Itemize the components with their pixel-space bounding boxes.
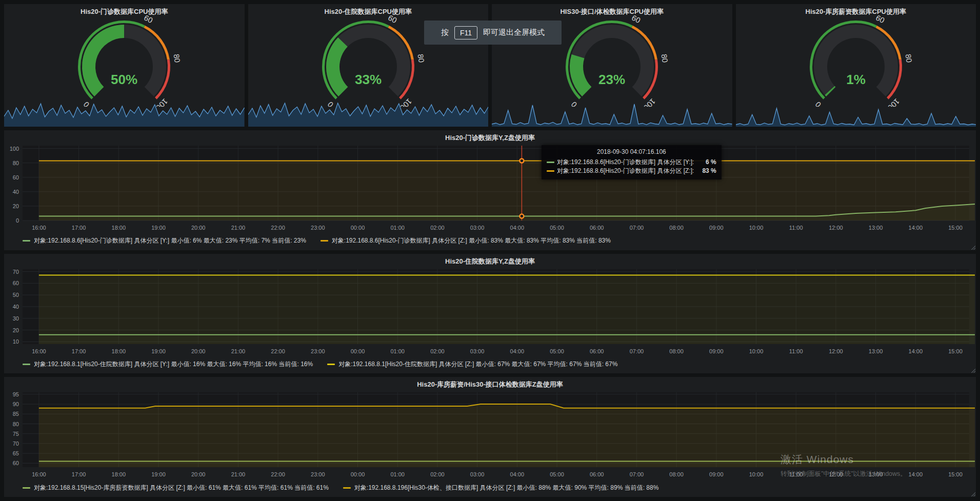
x-axis-tick-label: 17:00 <box>72 225 86 231</box>
panel-resize-handle[interactable] <box>971 492 975 496</box>
x-axis-tick-label: 09:00 <box>709 225 724 231</box>
x-axis-tick-label: 22:00 <box>271 348 285 354</box>
gauge-tick-label: 0 <box>82 100 91 107</box>
gauge-svg: 0608010023% <box>555 15 668 107</box>
series-color-dash <box>321 240 328 242</box>
y-axis-tick-label: 0 <box>16 217 19 224</box>
panel-title[interactable]: His20-门诊数据库Y,Z盘使用率 <box>4 130 976 143</box>
x-axis-tick-label: 07:00 <box>630 471 644 477</box>
y-axis-tick-label: 10 <box>13 338 19 345</box>
time-series-chart[interactable]: 16:0017:0018:0019:0020:0021:0022:0023:00… <box>4 266 975 359</box>
tooltip: 2018-09-30 04:07:16.106 对象:192.168.8.6[H… <box>542 145 722 179</box>
x-axis-tick-label: 23:00 <box>311 348 325 354</box>
series-color-dash <box>547 170 554 172</box>
x-axis-tick-label: 17:00 <box>72 348 86 354</box>
x-axis-tick-label: 03:00 <box>470 471 485 477</box>
time-series-chart[interactable]: 16:0017:0018:0019:0020:0021:0022:0023:00… <box>4 143 975 236</box>
x-axis-tick-label: 07:00 <box>630 225 644 231</box>
hover-point <box>519 214 524 218</box>
gauge-panel-menzhen-cpu: His20-门诊数据库CPU使用率 0608010050% <box>4 4 245 127</box>
x-axis-tick-label: 19:00 <box>151 471 166 477</box>
gauge-tick-label: 80 <box>172 53 181 63</box>
x-axis-tick-label: 11:00 <box>789 348 803 354</box>
tooltip-series-value: 6 % <box>697 158 716 167</box>
y-axis-tick-label: 60 <box>13 174 19 181</box>
panel-title[interactable]: His20-库房薪资数据库CPU使用率 <box>736 4 976 16</box>
x-axis-tick-label: 08:00 <box>669 225 684 231</box>
legend-item[interactable]: 对象:192.168.8.1[His20-住院数据库] 具体分区 [Y:] 最小… <box>23 360 313 369</box>
panel-title[interactable]: His20-库房薪资/His30-接口体检数据库Z盘使用率 <box>4 377 976 389</box>
legend-item[interactable]: 对象:192.168.8.1[His20-住院数据库] 具体分区 [Z:] 最小… <box>327 360 617 369</box>
x-axis-tick-label: 23:00 <box>311 471 325 477</box>
x-axis-tick-label: 05:00 <box>550 348 564 354</box>
tooltip-series-label: 对象:192.168.8.6[His20-门诊数据库] 具体分区 [Y:]: <box>557 158 694 167</box>
x-axis-tick-label: 00:00 <box>351 348 365 354</box>
panel-resize-handle[interactable] <box>971 368 975 373</box>
gauge-tick-label: 60 <box>630 15 642 25</box>
x-axis-tick-label: 01:00 <box>390 471 405 477</box>
x-axis-tick-label: 05:00 <box>550 471 564 477</box>
x-axis-tick-label: 09:00 <box>709 471 724 477</box>
x-axis-tick-label: 23:00 <box>311 225 325 231</box>
tooltip-series-label: 对象:192.168.8.6[His20-门诊数据库] 具体分区 [Z:]: <box>557 167 694 175</box>
x-axis-tick-label: 11:00 <box>789 471 803 477</box>
x-axis-tick-label: 07:00 <box>630 348 644 354</box>
legend-item[interactable]: 对象:192.168.8.15[His20-库房薪资数据库] 具体分区 [Z:]… <box>23 484 329 492</box>
x-axis-tick-label: 14:00 <box>909 348 923 354</box>
gauge-tick-label: 80 <box>660 53 668 63</box>
panel-title[interactable]: His20-住院数据库Y,Z盘使用率 <box>4 254 976 266</box>
panel-title[interactable]: His20-门诊数据库CPU使用率 <box>4 4 245 16</box>
notice-suffix: 即可退出全屏模式 <box>483 28 545 37</box>
y-axis-tick-label: 70 <box>13 268 19 274</box>
gauge-value-label: 23% <box>598 72 625 87</box>
legend-text: 对象:192.168.8.1[His20-住院数据库] 具体分区 [Z:] 最小… <box>338 360 617 369</box>
gauge-svg: 060801001% <box>799 15 912 107</box>
gauge-tick-label: 0 <box>813 100 823 107</box>
legend-text: 对象:192.168.8.15[His20-库房薪资数据库] 具体分区 [Z:]… <box>34 484 329 492</box>
y-axis-tick-label: 95 <box>13 391 19 397</box>
tooltip-timestamp: 2018-09-30 04:07:16.106 <box>547 148 716 155</box>
legend-text: 对象:192.168.8.196[His30-体检、接口数据库] 具体分区 [Z… <box>354 484 659 492</box>
x-axis-tick-label: 00:00 <box>351 471 365 477</box>
f11-key: F11 <box>454 26 477 39</box>
x-axis-tick-label: 17:00 <box>72 471 86 477</box>
x-axis-tick-label: 22:00 <box>271 225 285 231</box>
time-series-chart[interactable]: 16:0017:0018:0019:0020:0021:0022:0023:00… <box>4 389 975 483</box>
y-axis-tick-label: 65 <box>13 450 19 456</box>
x-axis-tick-label: 21:00 <box>231 471 246 477</box>
legend-item[interactable]: 对象:192.168.8.6[His20-门诊数据库] 具体分区 [Z:] 最小… <box>321 236 611 245</box>
gauge: 060801001% <box>736 15 976 107</box>
x-axis-tick-label: 18:00 <box>112 348 126 354</box>
series-color-dash <box>23 487 30 489</box>
y-axis-tick-label: 75 <box>13 431 19 437</box>
x-axis-tick-label: 04:00 <box>510 225 525 231</box>
x-axis-tick-label: 13:00 <box>869 348 883 354</box>
y-axis-tick-label: 80 <box>13 421 19 427</box>
time-series-panel-kufang-jiekou-disk: His20-库房薪资/His30-接口体检数据库Z盘使用率 16:0017:00… <box>4 377 976 497</box>
gauge-svg: 0608010050% <box>68 15 181 107</box>
y-axis-tick-label: 40 <box>13 189 19 195</box>
chart-area: 16:0017:0018:0019:0020:0021:0022:0023:00… <box>4 266 976 359</box>
x-axis-tick-label: 20:00 <box>191 471 206 477</box>
gauge-tick-label: 80 <box>904 53 912 63</box>
series-color-dash <box>23 364 30 365</box>
legend-item[interactable]: 对象:192.168.8.196[His30-体检、接口数据库] 具体分区 [Z… <box>343 484 659 492</box>
legend-text: 对象:192.168.8.6[His20-门诊数据库] 具体分区 [Z:] 最小… <box>332 236 611 245</box>
gauge-tick-label: 60 <box>143 15 154 25</box>
legend-item[interactable]: 对象:192.168.8.6[His20-门诊数据库] 具体分区 [Y:] 最小… <box>23 236 306 245</box>
x-axis-tick-label: 16:00 <box>32 348 46 354</box>
x-axis-tick-label: 12:00 <box>829 471 843 477</box>
x-axis-tick-label: 19:00 <box>151 225 166 231</box>
panel-title[interactable]: HIS30-接口/体检数据库CPU使用率 <box>492 4 732 16</box>
x-axis-tick-label: 01:00 <box>390 225 405 231</box>
panel-title[interactable]: His20-住院数据库CPU使用率 <box>248 4 489 16</box>
x-axis-tick-label: 02:00 <box>430 225 445 231</box>
gauge-tick-label: 60 <box>874 15 886 25</box>
x-axis-tick-label: 08:00 <box>669 471 684 477</box>
x-axis-tick-label: 02:00 <box>430 471 445 477</box>
gauge: 0608010050% <box>4 15 245 107</box>
x-axis-tick-label: 10:00 <box>749 348 764 354</box>
x-axis-tick-label: 15:00 <box>948 348 963 354</box>
panel-resize-handle[interactable] <box>971 245 975 250</box>
x-axis-tick-label: 10:00 <box>749 471 764 477</box>
